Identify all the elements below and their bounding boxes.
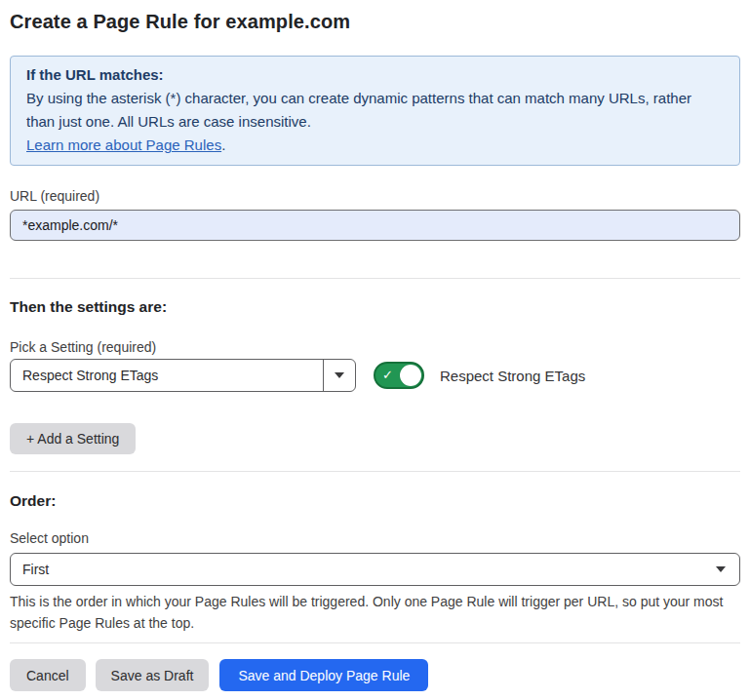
footer-actions: Cancel Save as Draft Save and Deploy Pag…	[10, 659, 740, 691]
footer-divider	[10, 642, 740, 643]
url-field-label: URL (required)	[10, 188, 740, 204]
save-as-draft-button[interactable]: Save as Draft	[96, 659, 210, 691]
create-page-rule-form: Create a Page Rule for example.com If th…	[0, 9, 750, 691]
setting-select-arrow-button[interactable]	[323, 360, 355, 391]
info-box-body: By using the asterisk (*) character, you…	[26, 87, 724, 134]
order-select-value: First	[11, 562, 716, 577]
check-icon: ✓	[382, 369, 393, 381]
url-match-info-box: If the URL matches: By using the asteris…	[10, 56, 740, 166]
setting-select-value: Respect Strong ETags	[11, 368, 323, 383]
cancel-button[interactable]: Cancel	[10, 659, 86, 691]
chevron-down-icon	[716, 566, 726, 572]
settings-section-heading: Then the settings are:	[10, 298, 740, 316]
toggle-knob	[400, 365, 421, 386]
add-setting-button[interactable]: + Add a Setting	[10, 423, 136, 454]
order-select-arrow	[716, 566, 739, 572]
link-suffix: .	[221, 136, 225, 153]
page-title: Create a Page Rule for example.com	[10, 9, 740, 35]
respect-strong-etags-toggle[interactable]: ✓	[374, 362, 424, 389]
url-input[interactable]	[10, 210, 740, 241]
info-box-link-line: Learn more about Page Rules.	[26, 134, 724, 157]
order-help-text: This is the order in which your Page Rul…	[10, 591, 740, 634]
section-divider	[10, 278, 740, 279]
pick-setting-label: Pick a Setting (required)	[10, 339, 740, 355]
chevron-down-icon	[335, 372, 344, 378]
order-select[interactable]: First	[10, 553, 740, 586]
learn-more-link[interactable]: Learn more about Page Rules	[26, 136, 221, 153]
section-divider	[10, 471, 740, 472]
toggle-label: Respect Strong ETags	[440, 368, 585, 384]
info-box-heading: If the URL matches:	[26, 63, 724, 87]
order-select-label: Select option	[10, 530, 740, 546]
order-section-heading: Order:	[10, 492, 740, 510]
save-and-deploy-button[interactable]: Save and Deploy Page Rule	[219, 659, 428, 691]
setting-select[interactable]: Respect Strong ETags	[10, 359, 356, 392]
setting-row: Respect Strong ETags ✓ Respect Strong ET…	[10, 359, 740, 392]
